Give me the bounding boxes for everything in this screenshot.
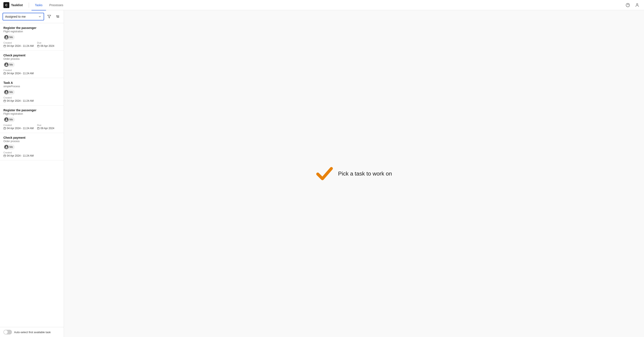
svg-rect-28 bbox=[38, 127, 40, 129]
svg-rect-16 bbox=[4, 72, 6, 74]
user-icon bbox=[5, 118, 8, 121]
due-label: Due bbox=[37, 124, 54, 126]
assignee-badge: Me bbox=[4, 117, 15, 122]
assignee-name: Me bbox=[9, 146, 13, 148]
task-meta: Created 04 Apr 2024 - 11:24 AM bbox=[4, 69, 60, 75]
due-value: 09 Apr 2024 bbox=[37, 44, 54, 47]
task-item[interactable]: Register the passenger Flight registrati… bbox=[0, 105, 64, 133]
task-process: Order process bbox=[4, 140, 60, 143]
calendar-icon bbox=[4, 154, 6, 157]
assignee-name: Me bbox=[9, 118, 13, 121]
task-process: simpleProcess bbox=[4, 85, 60, 88]
toggle-knob bbox=[4, 330, 8, 334]
task-process: Flight registration bbox=[4, 30, 60, 33]
task-name: Register the passenger bbox=[4, 108, 60, 112]
created-value: 04 Apr 2024 - 11:24 AM bbox=[4, 154, 34, 157]
assignee-icon bbox=[4, 62, 8, 67]
filter-dropdown-label: Assigned to me bbox=[5, 15, 26, 18]
empty-state: Pick a task to work on bbox=[316, 165, 392, 182]
task-process: Order process bbox=[4, 57, 60, 60]
filter-button[interactable] bbox=[46, 13, 52, 20]
sort-icon bbox=[56, 15, 60, 18]
auto-select-label: Auto-select first available task bbox=[14, 331, 51, 334]
assignee-name: Me bbox=[9, 63, 13, 66]
task-created-group: Created 04 Apr 2024 - 11:24 AM bbox=[4, 41, 34, 47]
main-layout: Assigned to me bbox=[0, 10, 644, 337]
task-created-group: Created 04 Apr 2024 - 11:24 AM bbox=[4, 69, 34, 75]
auto-select-toggle[interactable] bbox=[4, 330, 12, 335]
task-name: Task A bbox=[4, 81, 60, 84]
task-created-group: Created 04 Apr 2024 - 11:24 AM bbox=[4, 96, 34, 102]
header-divider bbox=[29, 2, 29, 8]
task-name: Check payment bbox=[4, 136, 60, 139]
calendar-icon bbox=[4, 127, 6, 130]
svg-rect-20 bbox=[4, 100, 6, 102]
tab-processes[interactable]: Processes bbox=[46, 0, 67, 10]
help-button[interactable] bbox=[624, 2, 631, 8]
svg-rect-24 bbox=[4, 127, 6, 129]
empty-state-text: Pick a task to work on bbox=[338, 170, 392, 177]
created-label: Created bbox=[4, 69, 34, 71]
task-meta: Created 04 Apr 2024 - 11:24 AM bbox=[4, 151, 60, 157]
created-label: Created bbox=[4, 96, 34, 99]
assignee-name: Me bbox=[9, 36, 13, 39]
task-name: Check payment bbox=[4, 54, 60, 57]
user-button[interactable] bbox=[634, 2, 640, 8]
assignee-badge: Me bbox=[4, 144, 15, 150]
task-item[interactable]: Register the passenger Flight registrati… bbox=[0, 23, 64, 51]
task-item[interactable]: Task A simpleProcess Me Created bbox=[0, 78, 64, 105]
sidebar: Assigned to me bbox=[0, 10, 64, 337]
svg-marker-3 bbox=[48, 15, 51, 18]
task-meta: Created 04 Apr 2024 - 11:24 AM bbox=[4, 96, 60, 102]
assignee-badge: Me bbox=[4, 90, 15, 95]
checkmark-icon bbox=[316, 165, 333, 182]
tab-tasks[interactable]: Tasks bbox=[32, 0, 46, 10]
task-process: Flight registration bbox=[4, 112, 60, 115]
task-name: Register the passenger bbox=[4, 26, 60, 29]
main-content: Pick a task to work on bbox=[64, 10, 644, 337]
assignee-icon bbox=[4, 90, 8, 94]
task-due-group: Due 09 Apr 2024 bbox=[37, 41, 54, 47]
assignee-icon bbox=[4, 35, 8, 39]
user-icon bbox=[5, 63, 8, 66]
app-title: Tasklist bbox=[11, 3, 23, 7]
created-value: 04 Apr 2024 - 11:24 AM bbox=[4, 72, 34, 75]
task-created-group: Created 04 Apr 2024 - 11:24 AM bbox=[4, 151, 34, 157]
task-item[interactable]: Check payment Order process Me Created bbox=[0, 51, 64, 78]
user-icon bbox=[5, 36, 8, 39]
due-label: Due bbox=[37, 41, 54, 44]
svg-point-2 bbox=[636, 3, 638, 5]
svg-rect-32 bbox=[4, 155, 6, 157]
created-label: Created bbox=[4, 151, 34, 154]
assignee-icon bbox=[4, 117, 8, 122]
task-meta: Created 04 Apr 2024 - 11:24 AM Due bbox=[4, 124, 60, 130]
nav-tabs: Tasks Processes bbox=[32, 0, 67, 10]
assignee-icon bbox=[4, 145, 8, 149]
chevron-down-icon bbox=[38, 15, 42, 18]
sort-button[interactable] bbox=[54, 13, 61, 20]
task-meta: Created 04 Apr 2024 - 11:24 AM Due bbox=[4, 41, 60, 47]
created-value: 04 Apr 2024 - 11:24 AM bbox=[4, 99, 34, 102]
calendar-icon bbox=[4, 100, 6, 102]
filter-icon bbox=[47, 15, 51, 18]
app-logo: C bbox=[4, 2, 9, 8]
user-icon bbox=[5, 91, 8, 94]
calendar-icon bbox=[37, 45, 40, 47]
filter-dropdown[interactable]: Assigned to me bbox=[2, 13, 44, 20]
task-created-group: Created 04 Apr 2024 - 11:24 AM bbox=[4, 124, 34, 130]
calendar-icon bbox=[4, 45, 6, 47]
app-header: C Tasklist Tasks Processes bbox=[0, 0, 644, 10]
sidebar-footer: Auto-select first available task bbox=[0, 327, 64, 337]
created-value: 04 Apr 2024 - 11:24 AM bbox=[4, 127, 34, 130]
created-label: Created bbox=[4, 124, 34, 126]
sidebar-toolbar: Assigned to me bbox=[0, 10, 64, 23]
task-due-group: Due 09 Apr 2024 bbox=[37, 124, 54, 130]
assignee-name: Me bbox=[9, 91, 13, 94]
created-value: 04 Apr 2024 - 11:24 AM bbox=[4, 44, 34, 47]
svg-rect-8 bbox=[4, 45, 6, 47]
due-value: 09 Apr 2024 bbox=[37, 127, 54, 130]
task-list: Register the passenger Flight registrati… bbox=[0, 23, 64, 327]
created-label: Created bbox=[4, 41, 34, 44]
task-item[interactable]: Check payment Order process Me Created bbox=[0, 133, 64, 160]
svg-rect-12 bbox=[38, 45, 40, 47]
